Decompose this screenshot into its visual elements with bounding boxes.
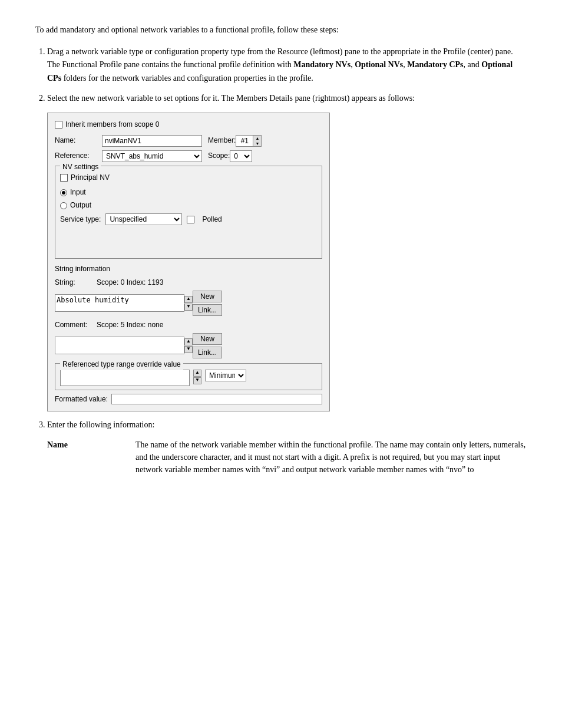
comment-scroll-up[interactable]: ▲ [184, 338, 193, 345]
inherit-row: Inherit members from scope 0 [55, 119, 322, 130]
string-info-section: String information String: Scope: 0 Inde… [55, 263, 322, 358]
string-new-button[interactable]: New [193, 291, 222, 302]
reference-scope-row: Reference: SNVT_abs_humid Scope: 0 [55, 150, 322, 162]
string-row: String: Scope: 0 Index: 1193 [55, 277, 322, 288]
name-label: Name: [55, 135, 102, 146]
string-textarea[interactable] [55, 294, 184, 312]
polled-checkbox[interactable] [187, 216, 194, 223]
comment-new-button[interactable]: New [193, 333, 222, 345]
bold-mandatory-cps: Mandatory CPs [407, 60, 463, 69]
nv-settings-legend: NV settings [60, 162, 101, 173]
inherit-checkbox[interactable] [55, 121, 62, 129]
service-type-select[interactable]: Unspecified [105, 213, 182, 225]
comment-value-row: ▲ ▼ New Link... [55, 333, 322, 358]
ref-range-legend: Referenced type range override value [60, 359, 183, 370]
member-spinbox[interactable]: ▲ ▼ [236, 135, 262, 147]
string-label: String: [55, 277, 93, 288]
comment-textarea[interactable] [55, 337, 184, 354]
ref-scroll-down[interactable]: ▼ [193, 377, 201, 384]
scope-select[interactable]: 0 [230, 150, 252, 162]
formatted-input[interactable] [111, 394, 322, 404]
comment-label: Comment: [55, 319, 93, 331]
step1-text: Drag a network variable type or configur… [47, 47, 513, 83]
member-up-arrow[interactable]: ▲ [253, 136, 261, 141]
input-radio[interactable] [60, 189, 67, 196]
formatted-value-row: Formatted value: [55, 394, 322, 405]
formatted-label: Formatted value: [55, 394, 108, 405]
service-type-label: Service type: [60, 214, 101, 225]
reference-label: Reference: [55, 150, 102, 162]
members-details-dialog: Inherit members from scope 0 Name: Membe… [47, 113, 330, 412]
ref-scroll-arrows: ▲ ▼ [193, 370, 201, 384]
member-down-arrow[interactable]: ▼ [253, 141, 261, 146]
comment-meta: Scope: 5 Index: none [97, 319, 322, 331]
string-scroll-down[interactable]: ▼ [184, 304, 193, 311]
step3-item: Enter the following information: Name Th… [47, 419, 527, 476]
principal-nv-checkbox[interactable] [60, 174, 68, 182]
principal-nv-label: Principal NV [71, 172, 110, 183]
minimum-select[interactable]: Minimum [205, 370, 246, 381]
inherit-label: Inherit members from scope 0 [65, 119, 159, 130]
name-definition-section: Name The name of the network variable me… [47, 439, 527, 476]
step3-text: Enter the following information: [47, 420, 154, 429]
scope-label: Scope: [208, 150, 230, 162]
ref-range-group: Referenced type range override value ▲ ▼… [55, 363, 322, 390]
bold-mandatory-nvs: Mandatory NVs [293, 60, 351, 69]
principal-nv-row: Principal NV [60, 172, 317, 183]
step2-item: Select the new network variable to set o… [47, 92, 527, 411]
name-member-row: Name: Member: ▲ ▼ [55, 135, 322, 147]
string-buttons: New Link... [193, 291, 222, 316]
input-radio-row: Input [60, 187, 317, 198]
comment-scroll-arrows: ▲ ▼ [184, 338, 193, 353]
ref-scroll-up[interactable]: ▲ [193, 370, 201, 377]
polled-label: Polled [202, 214, 222, 225]
ref-range-row: ▲ ▼ Minimum [60, 370, 317, 386]
bold-optional-nvs: Optional NVs [355, 60, 403, 69]
string-scroll-up[interactable]: ▲ [184, 296, 193, 303]
comment-scroll-down[interactable]: ▼ [184, 346, 193, 353]
string-link-button[interactable]: Link... [193, 304, 222, 316]
output-radio[interactable] [60, 202, 67, 209]
output-radio-row: Output [60, 200, 317, 211]
nv-settings-spacer [60, 225, 317, 255]
reference-select[interactable]: SNVT_abs_humid [102, 150, 202, 162]
string-info-legend: String information [55, 263, 322, 275]
service-type-row: Service type: Unspecified Polled [60, 213, 317, 225]
output-label: Output [70, 200, 91, 211]
ref-range-textarea[interactable] [60, 370, 190, 386]
string-meta: Scope: 0 Index: 1193 [97, 277, 322, 288]
comment-link-button[interactable]: Link... [193, 347, 222, 358]
step2-text: Select the new network variable to set o… [47, 94, 415, 103]
string-scroll-arrows: ▲ ▼ [184, 296, 193, 311]
step1-item: Drag a network variable type or configur… [47, 45, 527, 85]
member-label: Member: [208, 135, 236, 146]
string-value-row: ▲ ▼ New Link... [55, 291, 322, 316]
name-term: Name [47, 439, 118, 476]
comment-buttons: New Link... [193, 333, 222, 358]
nv-settings-group: NV settings Principal NV Input Output [55, 166, 322, 259]
member-spinbox-arrows: ▲ ▼ [253, 135, 262, 147]
input-label: Input [70, 187, 86, 198]
intro-paragraph: To add mandatory and optional network va… [35, 24, 527, 36]
name-definition: The name of the network variable member … [135, 439, 527, 476]
comment-row: Comment: Scope: 5 Index: none [55, 319, 322, 331]
name-input[interactable] [102, 135, 202, 147]
member-value-input[interactable] [236, 135, 253, 147]
